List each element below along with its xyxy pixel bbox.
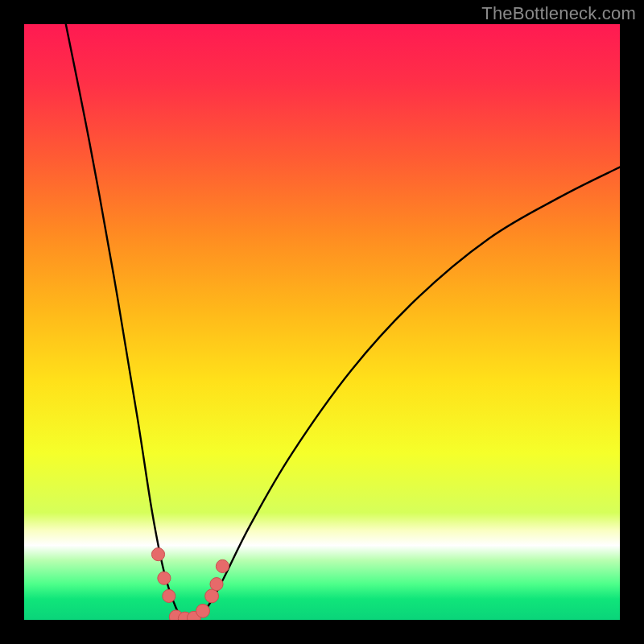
curve-marker <box>151 548 164 561</box>
outer-black-frame: TheBottleneck.com <box>0 0 644 644</box>
curve-marker <box>158 572 171 584</box>
curve-marker <box>210 578 223 591</box>
gradient-background <box>24 24 620 620</box>
curve-marker <box>163 589 175 602</box>
curve-marker <box>196 604 210 617</box>
bottleneck-chart <box>0 0 644 644</box>
curve-marker <box>205 589 219 603</box>
curve-marker <box>216 559 229 572</box>
